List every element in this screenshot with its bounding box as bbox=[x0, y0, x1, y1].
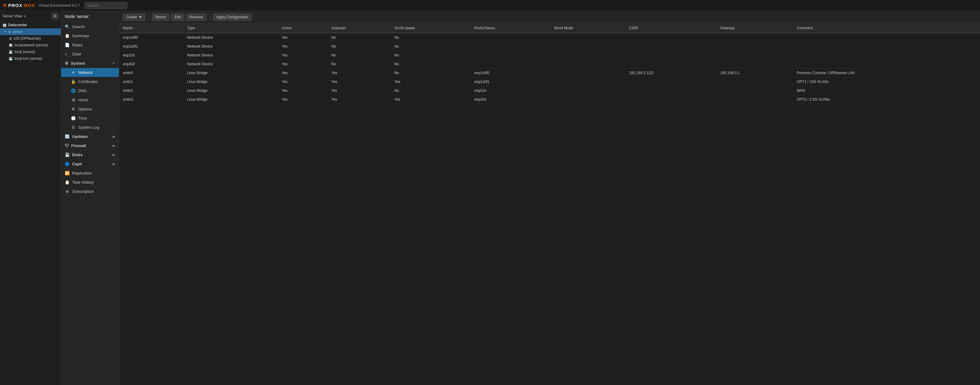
nav-item-updates[interactable]: 🔄 Updates ▶ bbox=[61, 132, 119, 141]
sidebar-item-datacenter[interactable]: 🏢 Datacenter bbox=[0, 22, 61, 29]
nav-item-disks[interactable]: 💾 Disks ▶ bbox=[61, 151, 119, 160]
cell-type-6: Linux Bridge bbox=[183, 86, 278, 95]
cell-name-1: enp1s0f1 bbox=[119, 42, 183, 51]
col-cidr[interactable]: CIDR bbox=[625, 24, 716, 33]
nav-disks-label: Disks bbox=[72, 152, 83, 157]
nav-item-hosts[interactable]: 🖥 Hosts bbox=[61, 95, 119, 105]
nav-item-ceph[interactable]: 🔵 Ceph ▶ bbox=[61, 160, 119, 169]
cell-gateway-7 bbox=[717, 95, 793, 104]
cell-vlan-4: No bbox=[391, 69, 471, 78]
nav-item-systemlog[interactable]: ☰ System Log bbox=[61, 123, 119, 132]
ceph-icon: 🔵 bbox=[65, 162, 70, 166]
cell-autostart-7: Yes bbox=[328, 95, 390, 104]
nav-item-time[interactable]: 🕐 Time bbox=[61, 114, 119, 123]
cell-name-0: enp1s0f0 bbox=[119, 33, 183, 42]
sidebar-item-localnetwork[interactable]: 🔲 localnetwork (sense) bbox=[0, 42, 61, 49]
ceph-expand-icon: ▶ bbox=[113, 162, 115, 166]
remove-button[interactable]: Remove bbox=[186, 13, 207, 21]
nav-notes-label: Notes bbox=[72, 43, 83, 47]
revert-label: Revert bbox=[155, 15, 166, 19]
cell-cidr-4: 192.168.0.1/22 bbox=[625, 69, 716, 78]
col-ports[interactable]: Ports/Slaves bbox=[471, 24, 551, 33]
cell-active-5: Yes bbox=[278, 78, 328, 86]
updates-icon: 🔄 bbox=[65, 134, 70, 139]
create-dropdown-icon[interactable]: ▼ bbox=[138, 15, 142, 19]
nav-item-certificates[interactable]: 🔒 Certificates bbox=[61, 77, 119, 86]
nav-item-replication[interactable]: 🔁 Replication bbox=[61, 169, 119, 178]
col-bond[interactable]: Bond Mode bbox=[551, 24, 626, 33]
cell-cidr-7 bbox=[625, 95, 716, 104]
cell-comment-6: WAN bbox=[793, 86, 980, 95]
cell-comment-1 bbox=[793, 42, 980, 51]
nav-item-firewall[interactable]: 🛡 Firewall ▶ bbox=[61, 141, 119, 151]
cell-cidr-5 bbox=[625, 78, 716, 86]
cell-gateway-1 bbox=[717, 42, 793, 51]
table-row[interactable]: enp2s0Network DeviceYesNoNo bbox=[119, 51, 980, 60]
nav-item-shell[interactable]: >_ Shell bbox=[61, 50, 119, 59]
col-type[interactable]: Type bbox=[183, 24, 278, 33]
edit-button[interactable]: Edit bbox=[171, 13, 184, 21]
cell-cidr-6 bbox=[625, 86, 716, 95]
col-active[interactable]: Active bbox=[278, 24, 328, 33]
nav-item-system[interactable]: ⚙ System ▼ bbox=[61, 59, 119, 68]
col-autostart[interactable]: Autostart bbox=[328, 24, 390, 33]
cell-ports-5: enp1s0f1 bbox=[471, 78, 551, 86]
cell-gateway-3 bbox=[717, 60, 793, 69]
topbar: ✕ PROXMOX Virtual Environment 8.2.7 bbox=[0, 0, 980, 11]
apply-config-button[interactable]: Apply Configuration bbox=[213, 13, 252, 21]
localnetwork-icon: 🔲 bbox=[8, 43, 13, 47]
cell-autostart-0: No bbox=[328, 33, 390, 42]
hosts-icon: 🖥 bbox=[71, 98, 76, 102]
table-row[interactable]: vmbr0Linux BridgeYesYesNoenp1s0f0192.168… bbox=[119, 69, 980, 78]
col-gateway[interactable]: Gateway bbox=[717, 24, 793, 33]
create-button[interactable]: Create ▼ bbox=[123, 13, 145, 21]
table-row[interactable]: vmbr3Linux BridgeYesYesYesenp3s0OPT2 / 2… bbox=[119, 95, 980, 104]
table-header-row: Name ↑ Type Active Autostart bbox=[119, 24, 980, 33]
nav-ceph-label: Ceph bbox=[72, 162, 82, 166]
cell-gateway-6 bbox=[717, 86, 793, 95]
sort-asc-icon: ↑ bbox=[134, 27, 136, 30]
table-row[interactable]: vmbr1Linux BridgeYesYesYesenp1s0f1OPT1 /… bbox=[119, 78, 980, 86]
table-row[interactable]: enp1s0f0Network DeviceYesNoNo bbox=[119, 33, 980, 42]
table-row[interactable]: enp3s0Network DeviceYesNoNo bbox=[119, 60, 980, 69]
table-row[interactable]: enp1s0f1Network DeviceYesNoNo bbox=[119, 42, 980, 51]
nav-item-dns[interactable]: 🌐 DNS bbox=[61, 86, 119, 95]
systemlog-icon: ☰ bbox=[71, 125, 76, 130]
sidebar-item-sense[interactable]: ▼ ⚙ sense bbox=[0, 29, 61, 35]
nav-item-network[interactable]: ≡ Network bbox=[61, 68, 119, 77]
nav-item-notes[interactable]: 📄 Notes bbox=[61, 41, 119, 50]
col-comment[interactable]: Comment bbox=[793, 24, 980, 33]
cell-type-3: Network Device bbox=[183, 60, 278, 69]
cell-type-2: Network Device bbox=[183, 51, 278, 60]
cell-type-4: Linux Bridge bbox=[183, 69, 278, 78]
logo-prox: PROX bbox=[8, 3, 22, 8]
sidebar: Server View ▼ ⚙ 🏢 Datacenter ▼ ⚙ sense 🖥… bbox=[0, 11, 61, 385]
col-name[interactable]: Name ↑ bbox=[119, 24, 183, 33]
nav-item-search[interactable]: 🔍 Search bbox=[61, 22, 119, 32]
nav-item-taskhistory[interactable]: 📋 Task History bbox=[61, 178, 119, 187]
nav-item-options[interactable]: ⚙ Options bbox=[61, 105, 119, 114]
cell-bond-0 bbox=[551, 33, 626, 42]
server-view-label[interactable]: Server View ▼ bbox=[2, 14, 26, 18]
network-table: Name ↑ Type Active Autostart bbox=[119, 24, 980, 104]
certificates-icon: 🔒 bbox=[71, 79, 76, 84]
cell-bond-4 bbox=[551, 69, 626, 78]
nav-item-subscription[interactable]: ⊕ Subscription bbox=[61, 187, 119, 196]
sidebar-item-local[interactable]: 💾 local (sense) bbox=[0, 49, 61, 55]
network-icon: ≡ bbox=[71, 70, 76, 75]
revert-button[interactable]: Revert bbox=[152, 13, 169, 21]
col-vlan[interactable]: VLAN aware bbox=[391, 24, 471, 33]
system-expand-icon: ▼ bbox=[112, 62, 115, 65]
cell-active-4: Yes bbox=[278, 69, 328, 78]
gear-button[interactable]: ⚙ bbox=[52, 13, 58, 19]
time-icon: 🕐 bbox=[71, 116, 76, 120]
local-label: local (sense) bbox=[14, 50, 35, 54]
sidebar-item-opnsense[interactable]: 🖥 100 (OPNsense) bbox=[0, 35, 61, 42]
sidebar-item-local-lvm[interactable]: 💾 local-lvm (sense) bbox=[0, 55, 61, 62]
cell-cidr-1 bbox=[625, 42, 716, 51]
nav-item-summary[interactable]: 📋 Summary bbox=[61, 32, 119, 41]
cell-ports-2 bbox=[471, 51, 551, 60]
table-row[interactable]: vmbr2Linux BridgeYesYesNoenp2s0WAN bbox=[119, 86, 980, 95]
nav-updates-label: Updates bbox=[72, 134, 88, 139]
search-input[interactable] bbox=[84, 2, 127, 9]
